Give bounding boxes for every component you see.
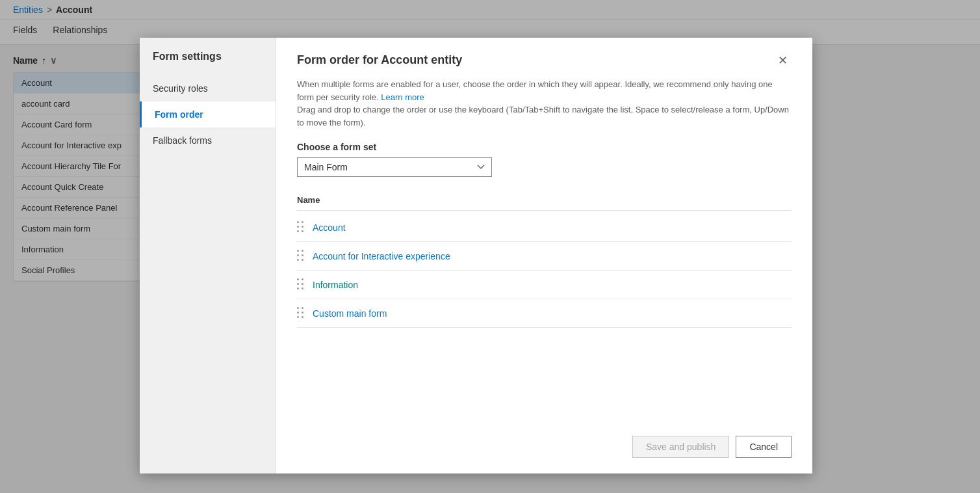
description-text-2: Drag and drop to change the order or use… xyxy=(297,105,789,127)
drag-handle-1[interactable] xyxy=(297,250,305,262)
modal-description: When multiple forms are enabled for a us… xyxy=(297,78,792,129)
modal-header: Form order for Account entity ✕ xyxy=(297,53,792,68)
close-button[interactable]: ✕ xyxy=(774,53,792,68)
description-text-1: When multiple forms are enabled for a us… xyxy=(297,79,773,102)
form-set-dropdown[interactable]: Main Form Quick Create Card Form xyxy=(297,157,492,177)
modal-title: Form order for Account entity xyxy=(297,53,462,67)
form-list-item-0[interactable]: Account xyxy=(297,213,792,242)
sidebar-item-fallback-forms[interactable]: Fallback forms xyxy=(140,127,276,153)
drag-handle-0[interactable] xyxy=(297,221,305,233)
drag-handle-2[interactable] xyxy=(297,278,305,291)
form-list-item-1[interactable]: Account for Interactive experience xyxy=(297,242,792,271)
learn-more-link[interactable]: Learn more xyxy=(381,92,424,102)
form-item-name-2[interactable]: Information xyxy=(313,280,358,290)
form-set-label: Choose a form set xyxy=(297,142,792,152)
cancel-button[interactable]: Cancel xyxy=(736,436,792,458)
form-item-name-3[interactable]: Custom main form xyxy=(313,308,387,319)
sidebar-item-security-roles[interactable]: Security roles xyxy=(140,75,276,101)
form-item-name-0[interactable]: Account xyxy=(313,222,346,233)
modal-main-content: Form order for Account entity ✕ When mul… xyxy=(276,38,812,473)
form-list-item-3[interactable]: Custom main form xyxy=(297,299,792,328)
modal-sidebar: Form settings Security roles Form order … xyxy=(140,38,276,473)
drag-handle-3[interactable] xyxy=(297,307,305,319)
form-list-item-2[interactable]: Information xyxy=(297,271,792,299)
modal-footer: Save and publish Cancel xyxy=(632,436,792,458)
form-item-name-1[interactable]: Account for Interactive experience xyxy=(313,251,450,261)
save-publish-button[interactable]: Save and publish xyxy=(632,436,729,458)
sidebar-item-form-order[interactable]: Form order xyxy=(140,101,276,127)
form-settings-modal: Form settings Security roles Form order … xyxy=(140,38,812,473)
form-list-header: Name xyxy=(297,190,792,211)
sidebar-title: Form settings xyxy=(140,51,276,75)
